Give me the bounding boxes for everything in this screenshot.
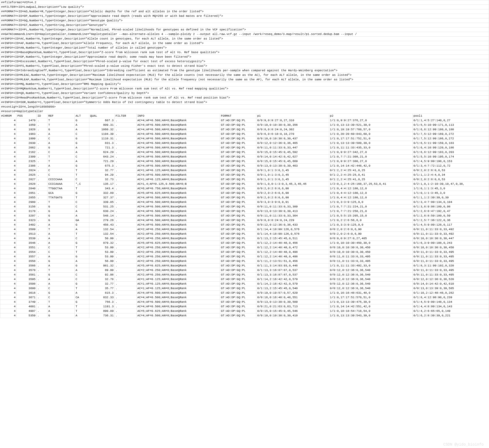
cell[interactable]: 0/1:13,2:15:45:45,0,540	[256, 286, 329, 291]
cell[interactable]: .	[114, 205, 136, 209]
cell[interactable]: 0/1:8,4:12:98:98,0,239	[412, 295, 489, 300]
cell[interactable]: .	[37, 309, 47, 313]
cell[interactable]: 4	[0, 313, 17, 318]
cell[interactable]: 0/1:2,2:4:25:41,0,25	[329, 177, 412, 182]
cell[interactable]: .	[114, 259, 136, 264]
cell[interactable]: 1/1:0,11:11:33:435,33,0	[329, 146, 412, 150]
cell[interactable]: 890.09	[89, 309, 114, 313]
cell[interactable]: GT:AD:DP:GQ:PL	[220, 155, 256, 159]
cell[interactable]: AC=1;AF=0.125;AN=8;BaseQRank	[136, 177, 220, 182]
cell[interactable]: AC=4;AF=0.500;AN=8;BaseQRank	[136, 132, 220, 136]
cell[interactable]: .	[37, 146, 47, 150]
cell[interactable]: 832.33	[89, 295, 114, 300]
cell[interactable]: CA	[75, 295, 89, 300]
cell[interactable]: A	[75, 291, 89, 295]
cell[interactable]: T	[47, 123, 75, 127]
cell[interactable]: .	[37, 150, 47, 155]
cell[interactable]: 1928	[17, 127, 37, 132]
cell[interactable]: 279.26	[89, 218, 114, 223]
cell[interactable]: .	[37, 173, 47, 177]
cell[interactable]: 0/1:4,4:8:99:134,0,143	[412, 304, 489, 309]
cell[interactable]: AC=4;AF=0.500;AN=8;BaseQRank	[136, 136, 220, 141]
cell[interactable]: .	[114, 227, 136, 232]
cell[interactable]: 0/0:19,0:19:57:0,57,629	[256, 291, 329, 295]
cell[interactable]: C	[75, 205, 89, 209]
cell[interactable]: .	[37, 118, 47, 123]
cell[interactable]: GT:AD:DP:GQ:PL	[220, 304, 256, 309]
cell[interactable]: .	[37, 277, 47, 282]
cell[interactable]: AC=4;AF=0.500;AN=8;BaseQRank	[136, 173, 220, 177]
cell[interactable]: 56.99	[89, 259, 114, 264]
cell[interactable]: 0/0:12,0:12:36:0,36,540	[329, 277, 412, 282]
cell[interactable]: 0/0:15,0:15:45:0,45,669	[256, 159, 329, 164]
cell[interactable]: 1/1:0,17:17:51:570,51,0	[329, 295, 412, 300]
cell[interactable]: 4	[0, 195, 17, 200]
cell[interactable]: GT:AD:DP:GQ:PL	[220, 177, 256, 182]
cell[interactable]: 4	[0, 273, 17, 277]
cell[interactable]: C	[47, 245, 75, 250]
cell[interactable]: 3178	[17, 209, 37, 214]
cell[interactable]: .	[114, 150, 136, 155]
cell[interactable]: 92.98	[89, 273, 114, 277]
cell[interactable]: 4	[0, 227, 17, 232]
cell[interactable]: 0/1:4,5:9:99:126,0,117	[412, 223, 489, 227]
cell[interactable]: 1/1:0,13:13:39:521,39,0	[329, 123, 412, 127]
cell[interactable]: G	[75, 300, 89, 304]
cell[interactable]: 4	[0, 177, 17, 182]
cell[interactable]: 4	[0, 173, 17, 177]
cell[interactable]: 3539	[17, 236, 37, 241]
cell[interactable]: .	[114, 127, 136, 132]
cell[interactable]: AC=2;AF=0.250;AN=8;BaseQRank	[136, 254, 220, 259]
cell[interactable]: .	[114, 123, 136, 127]
cell[interactable]: 721.29	[89, 159, 114, 164]
cell[interactable]: 3566	[17, 264, 37, 268]
cell[interactable]: 3402	[17, 223, 37, 227]
cell[interactable]: 94.29	[89, 173, 114, 177]
cell[interactable]: .	[37, 254, 47, 259]
cell[interactable]: 0/0:15,0:15:45:0,45,592	[256, 150, 329, 155]
cell[interactable]: 1/1:0,9:9:27:380,27,0	[329, 159, 412, 164]
cell[interactable]: 4	[0, 186, 17, 191]
cell[interactable]: T	[75, 309, 89, 313]
cell[interactable]: A	[75, 150, 89, 155]
cell[interactable]: 756.3	[89, 300, 114, 304]
cell[interactable]: AC=2;AF=0.250;AN=8;BaseQRank	[136, 268, 220, 273]
cell[interactable]: AC=1;AF=0.125;AN=8;BaseQRank	[136, 286, 220, 291]
cell[interactable]: GCA	[47, 191, 75, 195]
cell[interactable]: AC=4;AF=0.500;AN=8;BaseQRank	[136, 205, 220, 209]
cell[interactable]: 643.24	[89, 155, 114, 159]
cell[interactable]: .	[37, 232, 47, 236]
cell[interactable]: 0/0:9,0:9:27:0,27,405	[329, 236, 412, 241]
cell[interactable]: G	[75, 136, 89, 141]
cell[interactable]: A	[47, 232, 75, 236]
cell[interactable]: GT:AD:DP:GQ:PL	[220, 254, 256, 259]
cell[interactable]: GT:AD:DP:GQ:PL	[220, 264, 256, 268]
cell[interactable]: T	[47, 155, 75, 159]
cell[interactable]: 4	[0, 277, 17, 282]
cell[interactable]: 2828	[17, 182, 37, 186]
cell[interactable]: 1/1:0,1:1:3:45,3,0	[412, 186, 489, 191]
cell[interactable]: 4	[0, 136, 17, 141]
cell[interactable]: 50.99	[89, 236, 114, 241]
cell[interactable]: T	[75, 304, 89, 309]
cell[interactable]: AC=4;AF=0.500;AN=8;BaseQRank	[136, 300, 220, 304]
cell[interactable]: 0/1:13,2:15:45:45,0,511	[256, 236, 329, 241]
cell[interactable]: AC=1;AF=0.125;AN=8;BaseQRank	[136, 168, 220, 173]
cell[interactable]: 4	[0, 268, 17, 273]
cell[interactable]: 0/0:12,0:12:36:0,36,540	[329, 286, 412, 291]
cell[interactable]: 0/0:13,0:13:39:0,39,509	[256, 300, 329, 304]
cell[interactable]: .	[114, 236, 136, 241]
cell[interactable]: 3513	[17, 232, 37, 236]
cell[interactable]: 89.99	[89, 268, 114, 273]
cell[interactable]: G	[47, 313, 75, 318]
cell[interactable]: GT:AD:DP:GQ:PL	[220, 259, 256, 264]
cell[interactable]: AC=5;AF=0.625;AN=8;BaseQRank	[136, 241, 220, 245]
cell[interactable]: AC=4;AF=0.500;AN=8;BaseQRank	[136, 141, 220, 146]
cell[interactable]: .	[37, 304, 47, 309]
cell[interactable]: C	[47, 136, 75, 141]
cell[interactable]: .	[114, 164, 136, 168]
cell[interactable]: 736.31	[89, 313, 114, 318]
cell[interactable]: 0/1:1,4:5:27:140,0,27	[412, 118, 489, 123]
cell[interactable]: AC=4;AF=0.500;AN=8;BaseQRank	[136, 209, 220, 214]
cell[interactable]: 531.25	[89, 205, 114, 209]
